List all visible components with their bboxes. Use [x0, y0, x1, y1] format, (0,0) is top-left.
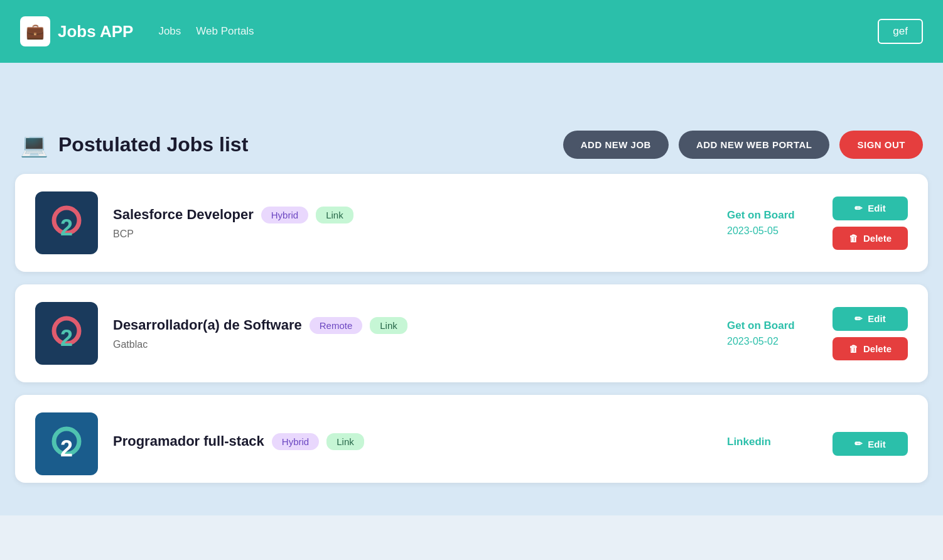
job-title-row-3: Programador full-stack Hybrid Link [113, 433, 702, 450]
job-title-3: Programador full-stack [113, 433, 264, 450]
job-type-badge-2: Remote [310, 317, 363, 334]
job-logo-3: 2 [35, 412, 98, 475]
app-logo: 💼 [20, 16, 50, 46]
job-logo-2: 2 [35, 302, 98, 365]
logo-svg-2: 2 [46, 313, 87, 353]
job-title-2: Desarrollador(a) de Software [113, 317, 302, 333]
job-link-badge-2[interactable]: Link [370, 317, 407, 334]
edit-button-2[interactable]: ✏ Edit [833, 307, 908, 331]
job-meta-2: Get on Board 2023-05-02 [717, 320, 817, 347]
pencil-icon-2: ✏ [854, 313, 863, 325]
job-info-2: Desarrollador(a) de Software Remote Link… [113, 317, 702, 350]
job-date-2: 2023-05-02 [727, 336, 807, 347]
logo-svg-3: 2 [46, 424, 87, 464]
job-card-2: 2 Desarrollador(a) de Software Remote Li… [15, 284, 928, 382]
navbar: 💼 Jobs APP Jobs Web Portals gef [0, 0, 943, 63]
brand: 💼 Jobs APP [20, 16, 133, 46]
job-date-1: 2023-05-05 [727, 225, 807, 237]
job-meta-1: Get on Board 2023-05-05 [717, 209, 817, 237]
svg-text:2: 2 [60, 436, 73, 461]
pencil-icon-1: ✏ [854, 203, 863, 214]
page-icon: 💻 [20, 132, 48, 158]
svg-text:2: 2 [60, 325, 73, 351]
logo-icon: 💼 [26, 23, 45, 40]
job-actions-1: ✏ Edit 🗑 Delete [833, 197, 908, 250]
hero-band [0, 63, 943, 113]
job-title-row-1: Salesforce Developer Hybrid Link [113, 207, 702, 223]
job-actions-3: ✏ Edit [833, 432, 908, 456]
page-title: Postulated Jobs list [58, 133, 553, 156]
job-type-badge-1: Hybrid [261, 207, 308, 223]
job-link-badge-1[interactable]: Link [316, 207, 353, 223]
job-meta-3: Linkedin [717, 436, 817, 452]
edit-label-1: Edit [868, 203, 885, 213]
pencil-icon-3: ✏ [854, 438, 863, 450]
add-new-job-button[interactable]: ADD NEW JOB [563, 131, 669, 159]
job-title-row-2: Desarrollador(a) de Software Remote Link [113, 317, 702, 334]
delete-label-1: Delete [863, 233, 892, 244]
delete-button-2[interactable]: 🗑 Delete [833, 337, 908, 360]
app-title: Jobs APP [58, 22, 133, 41]
add-new-web-portal-button[interactable]: ADD NEW WEB PORTAL [679, 131, 830, 159]
job-info-1: Salesforce Developer Hybrid Link BCP [113, 207, 702, 240]
delete-label-2: Delete [863, 343, 892, 354]
edit-label-2: Edit [868, 313, 885, 324]
job-link-badge-3[interactable]: Link [326, 433, 364, 450]
trash-icon-2: 🗑 [849, 343, 858, 354]
page-header: 💻 Postulated Jobs list ADD NEW JOB ADD N… [15, 113, 928, 174]
svg-text:2: 2 [60, 215, 73, 240]
job-portal-3: Linkedin [727, 436, 807, 448]
edit-button-1[interactable]: ✏ Edit [833, 197, 908, 220]
job-company-1: BCP [113, 229, 702, 240]
job-card-3: 2 Programador full-stack Hybrid Link Lin… [15, 395, 928, 483]
job-portal-1: Get on Board [727, 209, 807, 222]
sign-out-button[interactable]: SIGN OUT [839, 131, 923, 159]
job-company-2: Gatblac [113, 339, 702, 350]
job-actions-2: ✏ Edit 🗑 Delete [833, 307, 908, 360]
nav-web-portals[interactable]: Web Portals [196, 25, 254, 38]
job-info-3: Programador full-stack Hybrid Link [113, 433, 702, 455]
nav-links: Jobs Web Portals [158, 25, 878, 38]
delete-button-1[interactable]: 🗑 Delete [833, 227, 908, 250]
trash-icon-1: 🗑 [849, 233, 858, 244]
job-card-1: 2 Salesforce Developer Hybrid Link BCP G… [15, 174, 928, 272]
job-logo-1: 2 [35, 191, 98, 254]
nav-jobs[interactable]: Jobs [158, 25, 181, 38]
edit-button-3[interactable]: ✏ Edit [833, 432, 908, 456]
user-badge: gef [878, 19, 923, 44]
main-content: 💻 Postulated Jobs list ADD NEW JOB ADD N… [0, 113, 943, 515]
edit-label-3: Edit [868, 439, 885, 450]
logo-svg-1: 2 [46, 203, 87, 243]
job-portal-2: Get on Board [727, 320, 807, 332]
job-title-1: Salesforce Developer [113, 207, 254, 223]
job-type-badge-3: Hybrid [272, 433, 319, 450]
